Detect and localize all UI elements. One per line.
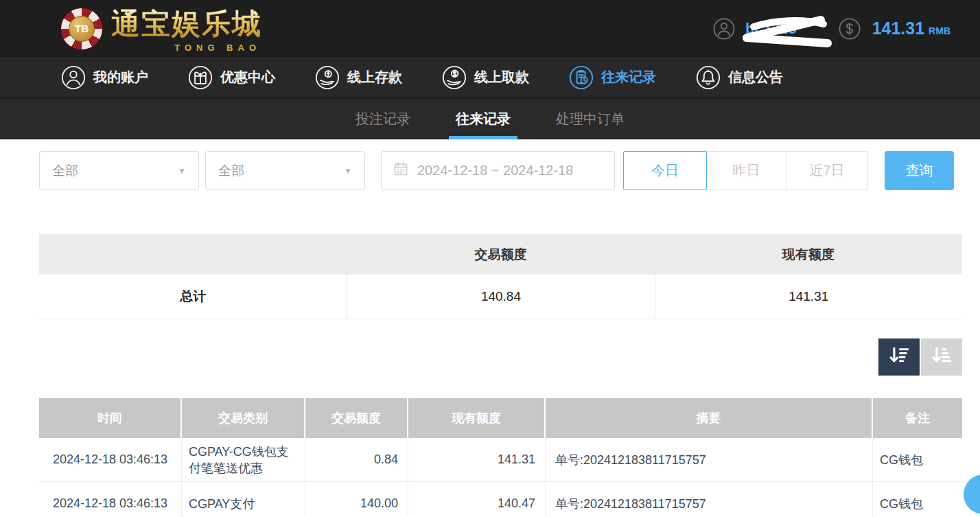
header-time: 时间 bbox=[39, 398, 182, 438]
nav-item-label: 线上存款 bbox=[347, 68, 402, 87]
nav-item-label: 往来记录 bbox=[601, 68, 656, 87]
cell-transaction-amount: 0.84 bbox=[305, 438, 408, 481]
category-filter-dropdown[interactable]: 全部 ▼ bbox=[39, 151, 199, 190]
summary-balance-total: 141.31 bbox=[655, 275, 962, 319]
cell-summary: 单号:202412183811715757 bbox=[546, 482, 873, 517]
logo-chip-label: TB bbox=[69, 16, 95, 42]
user-icon bbox=[712, 17, 736, 41]
logo-text: 通宝娱乐城 TONG BAO bbox=[111, 5, 262, 53]
cell-remark: CG钱包 bbox=[873, 482, 962, 517]
tab-processing-orders[interactable]: 处理中订单 bbox=[549, 99, 631, 139]
tab-label: 投注记录 bbox=[355, 110, 410, 128]
cell-transaction-type: CGPAY支付 bbox=[182, 482, 305, 517]
table-row: 2024-12-18 03:46:13 CGPAY-CG钱包支付笔笔送优惠 0.… bbox=[39, 438, 962, 482]
summary-header-row: 交易额度 现有额度 bbox=[39, 234, 962, 275]
query-button[interactable]: 查询 bbox=[885, 151, 954, 190]
header-current-balance: 现有额度 bbox=[408, 398, 546, 438]
date-range-input[interactable]: 2024-12-18 ~ 2024-12-18 bbox=[381, 151, 615, 190]
deposit-hand-coin-icon bbox=[314, 65, 340, 91]
nav-item-promotions[interactable]: 优惠中心 bbox=[187, 65, 275, 91]
table-header-row: 时间 交易类别 交易额度 现有额度 摘要 备注 bbox=[39, 398, 962, 438]
cell-current-balance: 140.47 bbox=[408, 482, 546, 517]
header-summary: 摘要 bbox=[546, 398, 873, 438]
sort-row bbox=[39, 338, 962, 376]
username: bc7325 bbox=[745, 20, 797, 37]
cell-summary: 单号:202412183811715757 bbox=[546, 438, 873, 481]
tab-label: 往来记录 bbox=[456, 110, 511, 128]
bell-icon bbox=[695, 65, 721, 91]
site-logo[interactable]: TB 通宝娱乐城 TONG BAO bbox=[60, 5, 262, 53]
nav-item-label: 我的账户 bbox=[93, 68, 148, 87]
cell-time: 2024-12-18 03:46:13 bbox=[39, 482, 182, 517]
summary-header-empty bbox=[39, 234, 347, 275]
last-7-days-button[interactable]: 近7日 bbox=[786, 151, 868, 190]
summary-table: 交易额度 现有额度 总计 140.84 141.31 bbox=[39, 234, 962, 319]
dropdown-value: 全部 bbox=[218, 162, 244, 180]
chevron-down-icon: ▼ bbox=[344, 166, 352, 176]
quick-date-group: 今日 昨日 近7日 bbox=[623, 151, 868, 190]
calendar-icon bbox=[393, 161, 409, 181]
main-nav: 我的账户 优惠中心 线上存款 bbox=[0, 57, 980, 99]
nav-item-transaction-records[interactable]: 往来记录 bbox=[568, 65, 656, 91]
date-range-value: 2024-12-18 ~ 2024-12-18 bbox=[417, 163, 573, 179]
yesterday-button[interactable]: 昨日 bbox=[706, 151, 786, 190]
balance-currency: RMB bbox=[929, 25, 950, 36]
tab-label: 处理中订单 bbox=[556, 110, 625, 128]
logo-title: 通宝娱乐城 bbox=[111, 8, 262, 40]
customer-service-bubble[interactable] bbox=[964, 474, 980, 514]
sort-ascending-button[interactable] bbox=[921, 338, 962, 376]
cell-transaction-type: CGPAY-CG钱包支付笔笔送优惠 bbox=[182, 438, 305, 481]
cell-time: 2024-12-18 03:46:13 bbox=[39, 438, 182, 481]
gift-icon bbox=[187, 65, 213, 91]
tab-transaction-records[interactable]: 往来记录 bbox=[449, 99, 517, 139]
summary-header-current-balance: 现有额度 bbox=[655, 234, 962, 275]
nav-item-online-deposit[interactable]: 线上存款 bbox=[314, 65, 402, 91]
balance-amount: 141.31 bbox=[872, 19, 924, 38]
cell-remark: CG钱包 bbox=[873, 438, 962, 481]
nav-item-online-withdrawal[interactable]: 线上取款 bbox=[441, 65, 529, 91]
topbar-right: bc7325 141.31 RMB bbox=[712, 17, 950, 41]
logo-subtitle: TONG BAO bbox=[174, 43, 261, 53]
username-wrap: bc7325 bbox=[745, 20, 797, 38]
nav-item-label: 线上取款 bbox=[474, 68, 529, 87]
nav-item-announcements[interactable]: 信息公告 bbox=[695, 65, 783, 91]
subtab-bar: 投注记录 往来记录 处理中订单 bbox=[0, 99, 980, 139]
sort-descending-button[interactable] bbox=[878, 338, 920, 376]
clipboard-clock-icon bbox=[568, 65, 594, 91]
today-button[interactable]: 今日 bbox=[623, 151, 707, 190]
cell-current-balance: 141.31 bbox=[408, 438, 546, 481]
nav-item-label: 信息公告 bbox=[728, 68, 783, 87]
header-transaction-type: 交易类别 bbox=[182, 398, 305, 438]
transactions-table: 时间 交易类别 交易额度 现有额度 摘要 备注 2024-12-18 03:46… bbox=[39, 398, 962, 517]
user-circle-icon bbox=[60, 65, 86, 91]
summary-header-transaction-amount: 交易额度 bbox=[347, 234, 654, 275]
nav-item-my-account[interactable]: 我的账户 bbox=[60, 65, 148, 91]
cell-transaction-amount: 140.00 bbox=[305, 482, 408, 517]
dropdown-value: 全部 bbox=[52, 162, 78, 180]
summary-total-label: 总计 bbox=[39, 275, 347, 319]
logo-chip-icon: TB bbox=[60, 8, 103, 50]
dollar-icon bbox=[838, 17, 861, 41]
summary-total-row: 总计 140.84 141.31 bbox=[39, 275, 962, 319]
top-header: TB 通宝娱乐城 TONG BAO bc7325 141.31 bbox=[0, 0, 980, 57]
header-remark: 备注 bbox=[873, 398, 962, 438]
summary-transaction-total: 140.84 bbox=[347, 275, 654, 319]
header-transaction-amount: 交易额度 bbox=[305, 398, 408, 438]
sort-ascending-icon bbox=[930, 344, 953, 370]
subcategory-filter-dropdown[interactable]: 全部 ▼ bbox=[205, 151, 365, 190]
nav-item-label: 优惠中心 bbox=[220, 68, 275, 87]
tab-betting-records[interactable]: 投注记录 bbox=[349, 99, 417, 139]
filter-row: 全部 ▼ 全部 ▼ 2024-12-18 ~ 2024-12-18 今日 昨日 … bbox=[39, 151, 962, 190]
table-row: 2024-12-18 03:46:13 CGPAY支付 140.00 140.4… bbox=[39, 482, 962, 517]
sort-descending-icon bbox=[887, 344, 911, 370]
chevron-down-icon: ▼ bbox=[178, 166, 186, 176]
withdraw-hand-dollar-icon bbox=[441, 65, 467, 91]
